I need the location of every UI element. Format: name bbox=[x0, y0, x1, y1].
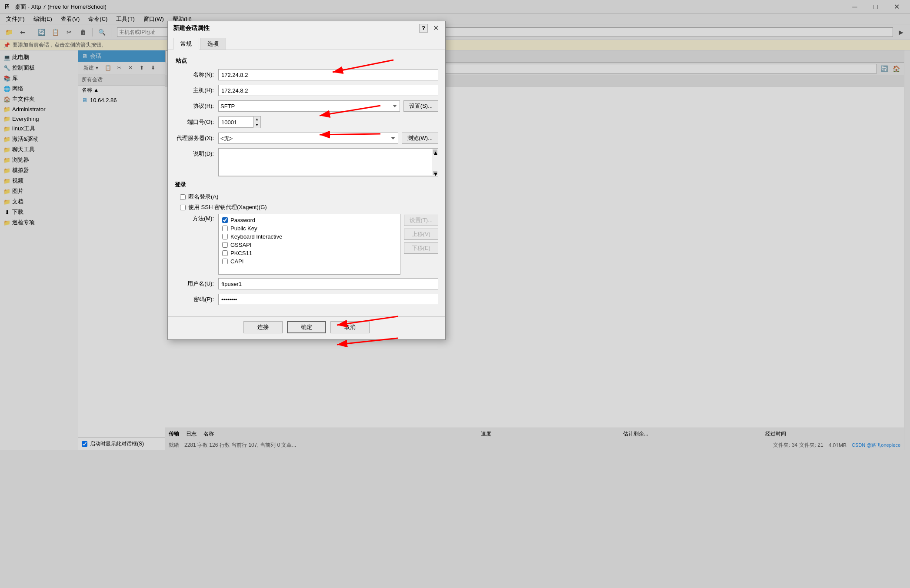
description-scrollbar[interactable]: ▲ ▼ bbox=[432, 149, 438, 176]
form-row-host: 主机(H): bbox=[175, 85, 438, 96]
field-password-label: 密码(P): bbox=[175, 296, 218, 303]
form-row-protocol: 协议(R): SFTP FTP FTPS SCP 设置(S)... bbox=[175, 100, 438, 112]
method-keyboard-interactive-checkbox[interactable] bbox=[222, 234, 228, 239]
dialog-help-btn[interactable]: ? bbox=[419, 24, 428, 33]
method-password-label: Password bbox=[230, 217, 255, 223]
dialog-overlay bbox=[0, 0, 910, 588]
method-public-key-checkbox[interactable] bbox=[222, 226, 228, 231]
method-keyboard-interactive-label: Keyboard Interactive bbox=[230, 233, 282, 240]
method-down-btn[interactable]: 下移(E) bbox=[404, 243, 438, 254]
description-wrapper: ▲ ▼ bbox=[218, 148, 438, 176]
footer-ok-btn[interactable]: 确定 bbox=[287, 321, 326, 333]
anonymous-checkbox-label: 匿名登录(A) bbox=[188, 193, 218, 201]
field-description-label: 说明(D): bbox=[175, 148, 218, 158]
field-settings-btn[interactable]: 设置(S)... bbox=[403, 100, 438, 112]
field-protocol-select[interactable]: SFTP FTP FTPS SCP bbox=[218, 100, 400, 112]
anonymous-checkbox[interactable] bbox=[180, 194, 186, 200]
method-capi-label: CAPI bbox=[230, 258, 243, 265]
method-pkcs11-label: PKCS11 bbox=[230, 250, 252, 256]
method-keyboard-interactive[interactable]: Keyboard Interactive bbox=[220, 233, 398, 241]
anonymous-checkbox-row: 匿名登录(A) bbox=[175, 193, 438, 201]
method-settings-btn[interactable]: 设置(T)... bbox=[404, 215, 438, 226]
form-row-password: 密码(P): bbox=[175, 294, 438, 305]
port-group: ▲ ▼ bbox=[218, 116, 261, 128]
method-list: Password Public Key Keyboard Interactive… bbox=[218, 214, 400, 275]
method-public-key-label: Public Key bbox=[230, 225, 257, 232]
form-row-port: 端口号(O): ▲ ▼ bbox=[175, 116, 438, 128]
dialog-title: 新建会话属性 bbox=[173, 24, 210, 32]
field-port-label: 端口号(O): bbox=[175, 118, 218, 126]
field-username-label: 用户名(U): bbox=[175, 280, 218, 288]
method-pkcs11[interactable]: PKCS11 bbox=[220, 249, 398, 257]
field-name-label: 名称(N): bbox=[175, 71, 218, 79]
dialog-title-bar: 新建会话属性 ? ✕ bbox=[168, 21, 445, 35]
form-row-proxy: 代理服务器(X): <无> 浏览(W)... bbox=[175, 133, 438, 144]
footer-cancel-btn[interactable]: 取消 bbox=[330, 321, 370, 333]
method-up-btn[interactable]: 上移(V) bbox=[404, 229, 438, 240]
dialog-tab-options[interactable]: 选项 bbox=[200, 38, 226, 50]
method-capi[interactable]: CAPI bbox=[220, 257, 398, 266]
dialog-footer: 连接 确定 取消 bbox=[168, 316, 445, 339]
method-side-btns: 设置(T)... 上移(V) 下移(E) bbox=[404, 214, 438, 254]
dialog-tab-general[interactable]: 常规 bbox=[173, 38, 199, 50]
method-gssapi-checkbox[interactable] bbox=[222, 242, 228, 248]
dialog-close-btn[interactable]: ✕ bbox=[431, 24, 440, 33]
method-gssapi-label: GSSAPI bbox=[230, 242, 251, 248]
field-port-input[interactable] bbox=[218, 116, 253, 128]
ssh-agent-checkbox[interactable] bbox=[180, 205, 186, 210]
method-row: 方法(M): Password Public Key Keyboard Inte… bbox=[175, 214, 438, 275]
field-username-input[interactable] bbox=[218, 278, 438, 289]
port-down-btn[interactable]: ▼ bbox=[253, 122, 260, 128]
field-name-input[interactable] bbox=[218, 69, 438, 80]
site-section-label: 站点 bbox=[175, 57, 438, 65]
dialog-content: 站点 名称(N): 主机(H): 协议(R): SFTP FTP FTPS SC… bbox=[168, 50, 445, 316]
form-row-description: 说明(D): ▲ ▼ bbox=[175, 148, 438, 176]
method-label: 方法(M): bbox=[175, 214, 218, 223]
dialog-title-controls: ? ✕ bbox=[419, 24, 440, 33]
scrollbar-thumb-down[interactable]: ▼ bbox=[433, 171, 437, 175]
method-password[interactable]: Password bbox=[220, 216, 398, 224]
footer-connect-btn[interactable]: 连接 bbox=[243, 321, 283, 333]
field-password-input[interactable] bbox=[218, 294, 438, 305]
method-password-checkbox[interactable] bbox=[222, 217, 228, 223]
login-section-label: 登录 bbox=[175, 181, 438, 189]
method-pkcs11-checkbox[interactable] bbox=[222, 250, 228, 256]
scrollbar-thumb-up[interactable]: ▲ bbox=[433, 149, 437, 154]
login-section: 登录 匿名登录(A) 使用 SSH 密钥代理(Xagent)(G) 方法(M):… bbox=[175, 181, 438, 305]
form-row-name: 名称(N): bbox=[175, 69, 438, 80]
field-proxy-label: 代理服务器(X): bbox=[175, 134, 218, 142]
dialog-tabs: 常规 选项 bbox=[168, 35, 445, 50]
field-description-textarea[interactable] bbox=[219, 149, 438, 175]
field-host-input[interactable] bbox=[218, 85, 438, 96]
method-capi-checkbox[interactable] bbox=[222, 259, 228, 264]
form-row-username: 用户名(U): bbox=[175, 278, 438, 289]
field-protocol-label: 协议(R): bbox=[175, 102, 218, 110]
field-proxy-select[interactable]: <无> bbox=[218, 133, 398, 144]
new-session-dialog: 新建会话属性 ? ✕ 常规 选项 站点 名称(N): 主机(H): 协议(R):… bbox=[167, 21, 446, 340]
port-up-btn[interactable]: ▲ bbox=[253, 116, 260, 122]
ssh-agent-checkbox-label: 使用 SSH 密钥代理(Xagent)(G) bbox=[188, 203, 267, 211]
method-gssapi[interactable]: GSSAPI bbox=[220, 241, 398, 249]
port-spinner: ▲ ▼ bbox=[253, 116, 261, 128]
field-browse-btn[interactable]: 浏览(W)... bbox=[402, 133, 438, 144]
ssh-agent-checkbox-row: 使用 SSH 密钥代理(Xagent)(G) bbox=[175, 203, 438, 211]
method-public-key[interactable]: Public Key bbox=[220, 224, 398, 233]
field-host-label: 主机(H): bbox=[175, 86, 218, 94]
